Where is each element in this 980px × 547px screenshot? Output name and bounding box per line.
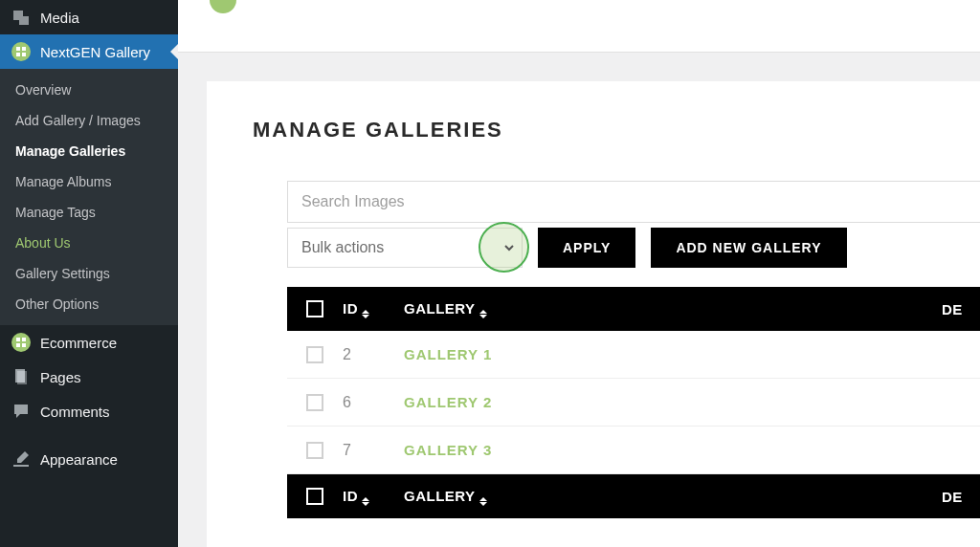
row-id: 7 bbox=[343, 442, 404, 459]
galleries-table: ID GALLERY DE 2 GALLERY 1 6 GALLERY 2 7 … bbox=[253, 287, 980, 518]
sidebar-sub-about-us[interactable]: About Us bbox=[0, 228, 178, 258]
page-title: MANAGE GALLERIES bbox=[253, 118, 980, 142]
add-new-gallery-button[interactable]: ADD NEW GALLERY bbox=[651, 228, 846, 268]
row-gallery-link[interactable]: GALLERY 1 bbox=[404, 346, 980, 362]
sort-icon bbox=[362, 310, 369, 318]
column-footer-id[interactable]: ID bbox=[343, 488, 404, 506]
svg-rect-3 bbox=[22, 53, 26, 56]
row-gallery-link[interactable]: GALLERY 3 bbox=[404, 442, 980, 458]
ecommerce-icon bbox=[11, 333, 31, 352]
svg-rect-7 bbox=[22, 343, 26, 347]
sidebar-sub-gallery-settings[interactable]: Gallery Settings bbox=[0, 258, 178, 289]
sidebar-submenu: Overview Add Gallery / Images Manage Gal… bbox=[0, 69, 178, 325]
svg-rect-1 bbox=[22, 47, 26, 51]
sidebar-sub-add-gallery[interactable]: Add Gallery / Images bbox=[0, 105, 178, 136]
sidebar-item-appearance[interactable]: Appearance bbox=[0, 442, 178, 476]
svg-rect-2 bbox=[16, 53, 20, 56]
content-panel: MANAGE GALLERIES Bulk actions APPLY ADD … bbox=[207, 81, 980, 547]
svg-rect-6 bbox=[16, 343, 20, 347]
column-footer-gallery[interactable]: GALLERY bbox=[404, 488, 942, 506]
bulk-actions-label: Bulk actions bbox=[301, 239, 384, 256]
row-id: 2 bbox=[343, 346, 404, 363]
row-id: 6 bbox=[343, 394, 404, 411]
column-footer-truncated: DE bbox=[942, 489, 980, 505]
sidebar-sub-overview[interactable]: Overview bbox=[0, 75, 178, 105]
row-checkbox[interactable] bbox=[306, 442, 323, 459]
select-all-checkbox[interactable] bbox=[306, 300, 323, 317]
pages-icon bbox=[11, 367, 31, 386]
sidebar-item-media[interactable]: Media bbox=[0, 0, 178, 34]
sort-icon bbox=[479, 310, 487, 318]
svg-rect-0 bbox=[16, 47, 20, 51]
svg-rect-5 bbox=[22, 338, 26, 341]
bulk-actions-select[interactable]: Bulk actions bbox=[287, 228, 523, 268]
column-header-truncated: DE bbox=[942, 301, 980, 317]
sidebar-item-label: Pages bbox=[40, 369, 81, 385]
sidebar-item-pages[interactable]: Pages bbox=[0, 360, 178, 394]
sidebar-item-nextgen[interactable]: NextGEN Gallery bbox=[0, 34, 178, 69]
table-row: 6 GALLERY 2 bbox=[287, 379, 980, 427]
sort-icon bbox=[479, 497, 487, 506]
topbar bbox=[178, 0, 980, 53]
table-header: ID GALLERY DE bbox=[287, 287, 980, 331]
table-footer: ID GALLERY DE bbox=[287, 474, 980, 518]
admin-sidebar: Media NextGEN Gallery Overview Add Galle… bbox=[0, 0, 178, 547]
row-checkbox[interactable] bbox=[306, 346, 323, 363]
column-header-id[interactable]: ID bbox=[343, 300, 404, 318]
svg-rect-4 bbox=[16, 338, 20, 341]
sidebar-sub-other-options[interactable]: Other Options bbox=[0, 289, 178, 319]
sidebar-item-label: Appearance bbox=[40, 451, 118, 468]
sidebar-item-ecommerce[interactable]: Ecommerce bbox=[0, 325, 178, 360]
appearance-icon bbox=[11, 449, 31, 469]
sidebar-item-label: Media bbox=[40, 10, 79, 26]
apply-button[interactable]: APPLY bbox=[538, 228, 635, 268]
sidebar-item-comments[interactable]: Comments bbox=[0, 394, 178, 428]
nextgen-icon bbox=[11, 42, 31, 61]
sidebar-sub-manage-tags[interactable]: Manage Tags bbox=[0, 197, 178, 228]
row-gallery-link[interactable]: GALLERY 2 bbox=[404, 394, 980, 410]
search-input[interactable] bbox=[287, 181, 980, 223]
svg-rect-9 bbox=[17, 371, 27, 384]
controls: Bulk actions APPLY ADD NEW GALLERY bbox=[287, 181, 980, 268]
sidebar-sub-manage-albums[interactable]: Manage Albums bbox=[0, 166, 178, 197]
table-row: 2 GALLERY 1 bbox=[287, 331, 980, 379]
sidebar-sub-manage-galleries[interactable]: Manage Galleries bbox=[0, 136, 178, 166]
comments-icon bbox=[11, 402, 31, 421]
table-row: 7 GALLERY 3 bbox=[287, 427, 980, 474]
brand-circle-icon bbox=[210, 0, 236, 13]
media-icon bbox=[11, 8, 31, 27]
main-content: MANAGE GALLERIES Bulk actions APPLY ADD … bbox=[178, 0, 980, 547]
column-header-gallery[interactable]: GALLERY bbox=[404, 300, 942, 318]
select-all-checkbox-footer[interactable] bbox=[306, 488, 323, 505]
chevron-down-icon bbox=[502, 241, 516, 254]
row-checkbox[interactable] bbox=[306, 394, 323, 411]
sidebar-item-label: Comments bbox=[40, 404, 110, 420]
sidebar-item-label: NextGEN Gallery bbox=[40, 44, 150, 60]
sidebar-item-label: Ecommerce bbox=[40, 335, 117, 351]
sort-icon bbox=[362, 497, 369, 506]
